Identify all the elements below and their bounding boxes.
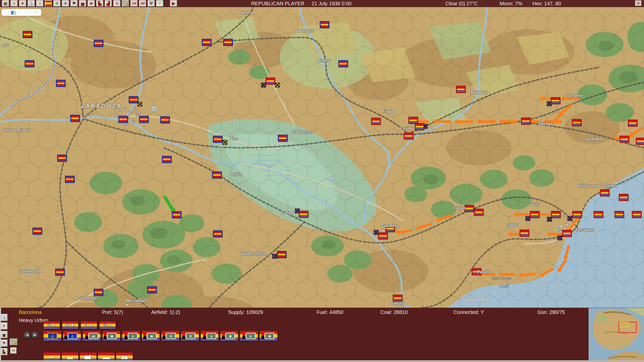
map-jump-tool[interactable] bbox=[10, 339, 17, 345]
fighter-icon[interactable]: ✈ bbox=[53, 0, 60, 7]
minimap[interactable] bbox=[589, 308, 644, 362]
motorized-counter[interactable]: ⊛- bbox=[142, 331, 160, 341]
republican-unit[interactable] bbox=[551, 97, 560, 104]
republican-unit[interactable] bbox=[371, 118, 380, 125]
map-mode-icon[interactable] bbox=[122, 0, 129, 7]
spain-flag-icon[interactable] bbox=[45, 0, 52, 7]
map-viewport[interactable] bbox=[0, 7, 644, 308]
log-icon[interactable]: ≡ bbox=[11, 0, 18, 7]
republican-unit[interactable] bbox=[632, 211, 641, 218]
air-tool[interactable]: ✈ bbox=[1, 322, 8, 330]
floating-window-titlebar[interactable]: – ▫ × bbox=[2, 9, 41, 16]
nationalist-unit[interactable] bbox=[33, 228, 42, 234]
naval-base-counter[interactable]: ⚓ bbox=[43, 331, 61, 341]
republican-unit[interactable] bbox=[620, 136, 629, 142]
nationalist-unit[interactable] bbox=[94, 40, 103, 47]
republican-unit[interactable] bbox=[409, 117, 418, 124]
republican-unit[interactable] bbox=[600, 190, 609, 196]
air-losses-icon[interactable]: ✈ bbox=[19, 0, 26, 7]
depot-marker[interactable] bbox=[223, 140, 228, 145]
floatplane-counter[interactable]: FP✈ bbox=[43, 321, 60, 329]
nationalist-unit[interactable] bbox=[23, 31, 32, 38]
nationalist-unit[interactable] bbox=[213, 136, 222, 142]
republican-unit[interactable] bbox=[386, 225, 395, 232]
nationalist-unit[interactable] bbox=[320, 21, 329, 28]
window-close-icon[interactable]: × bbox=[34, 9, 38, 16]
weather-icon[interactable]: ☀ bbox=[156, 0, 163, 7]
depot-marker[interactable] bbox=[138, 102, 142, 107]
info-icon[interactable]: i bbox=[36, 0, 43, 7]
republican-unit[interactable] bbox=[628, 120, 637, 126]
republican-unit[interactable] bbox=[551, 211, 560, 218]
nationalist-unit[interactable] bbox=[213, 231, 222, 237]
signal-icon[interactable]: Ψ bbox=[148, 0, 155, 7]
division-counter[interactable]: xx bbox=[83, 331, 101, 341]
naval-losses-icon[interactable]: ⚓ bbox=[28, 0, 35, 7]
convoy-icon[interactable]: ≋ bbox=[88, 0, 95, 7]
nationalist-unit[interactable] bbox=[172, 211, 181, 218]
brigade-counter[interactable]: x bbox=[201, 331, 219, 341]
nationalist-unit[interactable] bbox=[71, 115, 80, 122]
flag-marker-icon[interactable]: ⚑ bbox=[71, 0, 78, 7]
nationalist-unit[interactable] bbox=[339, 60, 348, 67]
next-unit-button[interactable]: ▶ bbox=[32, 332, 38, 338]
factory-tool[interactable]: ▙ bbox=[1, 348, 8, 355]
nationalist-unit[interactable] bbox=[119, 116, 128, 123]
patrol-air-counter[interactable]: PA✈ bbox=[81, 321, 97, 329]
nationalist-unit[interactable] bbox=[139, 116, 148, 123]
nationalist-unit[interactable] bbox=[57, 155, 67, 161]
naval-hq-counter[interactable]: ⚓= bbox=[63, 331, 81, 341]
nationalist-unit[interactable] bbox=[65, 176, 74, 183]
production-icon[interactable]: ▟ bbox=[105, 0, 112, 7]
republican-unit[interactable] bbox=[378, 233, 388, 239]
garrison-marker[interactable] bbox=[272, 254, 277, 259]
nationalist-unit[interactable] bbox=[277, 251, 286, 258]
motorized-counter[interactable]: ⊛- bbox=[220, 331, 238, 341]
nationalist-unit[interactable] bbox=[160, 117, 170, 123]
republican-unit[interactable] bbox=[474, 209, 483, 215]
minimize-icon[interactable]: – bbox=[17, 9, 22, 16]
nationalist-unit[interactable] bbox=[223, 39, 233, 46]
nationalist-unit[interactable] bbox=[25, 60, 34, 67]
republican-unit[interactable] bbox=[472, 268, 481, 275]
maximize-icon[interactable]: ▫ bbox=[25, 9, 30, 16]
garrison-marker[interactable] bbox=[374, 230, 379, 235]
infantry-counter[interactable]: ✕= bbox=[161, 331, 179, 341]
republican-unit[interactable] bbox=[393, 295, 402, 301]
infantry-counter[interactable]: ✕= bbox=[181, 331, 199, 341]
nationalist-unit[interactable] bbox=[202, 39, 211, 46]
factory-icon[interactable]: ▙ bbox=[96, 0, 103, 7]
republican-unit[interactable] bbox=[415, 123, 424, 130]
bomber-icon[interactable]: ✈ bbox=[62, 0, 69, 7]
save-icon[interactable]: ▣ bbox=[2, 0, 9, 7]
republican-unit[interactable] bbox=[594, 211, 603, 218]
naval-tool[interactable]: ▅ bbox=[1, 331, 8, 338]
republican-unit[interactable] bbox=[636, 138, 644, 144]
motorized-counter[interactable]: ⊛- bbox=[260, 331, 278, 341]
flag-tool[interactable]: ⚑ bbox=[1, 340, 8, 347]
patrol-air-counter[interactable]: PA✈ bbox=[62, 321, 79, 329]
brigade-counter[interactable]: x bbox=[240, 331, 258, 341]
republican-unit[interactable] bbox=[404, 133, 413, 139]
floatplane-counter[interactable]: FP✈ bbox=[99, 321, 116, 329]
nationalist-unit[interactable] bbox=[147, 286, 156, 293]
republican-unit[interactable] bbox=[521, 118, 530, 124]
nationalist-unit[interactable] bbox=[129, 96, 138, 103]
nationalist-unit[interactable] bbox=[94, 289, 103, 296]
motorized-counter[interactable]: ⊛= bbox=[102, 331, 120, 341]
republican-unit[interactable] bbox=[572, 119, 581, 126]
republican-unit[interactable] bbox=[520, 230, 529, 236]
nationalist-unit[interactable] bbox=[162, 156, 171, 163]
republican-unit[interactable] bbox=[456, 86, 465, 93]
republican-unit[interactable] bbox=[465, 205, 474, 212]
warship-icon[interactable]: ▅ bbox=[79, 0, 86, 7]
nationalist-unit[interactable] bbox=[212, 172, 221, 178]
republican-unit[interactable] bbox=[619, 194, 628, 201]
prev-unit-button[interactable]: ◀ bbox=[24, 332, 30, 338]
h-button[interactable]: H bbox=[10, 347, 17, 354]
operations-icon[interactable]: OP bbox=[139, 0, 146, 7]
nationalist-unit[interactable] bbox=[278, 135, 287, 141]
nationalist-unit[interactable] bbox=[55, 269, 65, 275]
garrison-marker[interactable] bbox=[261, 83, 266, 88]
close-button[interactable]: ✕ bbox=[635, 1, 641, 6]
